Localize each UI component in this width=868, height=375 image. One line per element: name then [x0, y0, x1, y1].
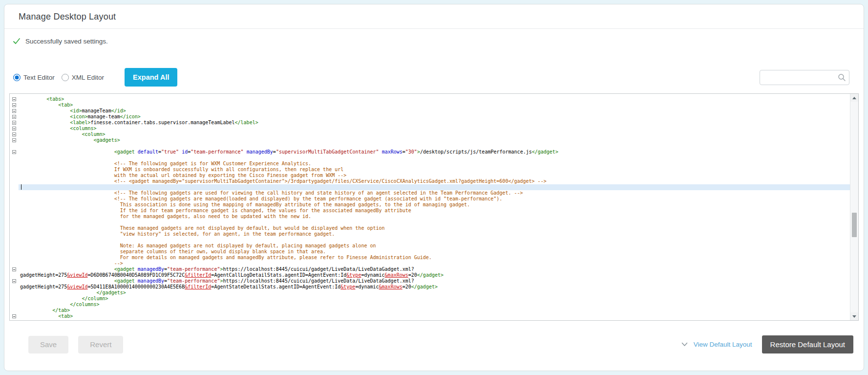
fold-collapse-icon[interactable] [12, 97, 16, 101]
radio-selected-icon[interactable] [13, 74, 21, 81]
fold-gutter-cell[interactable] [10, 149, 19, 155]
code-line[interactable]: If WXM is onboarded successfully with al… [10, 167, 850, 173]
code-line[interactable]: "view history" is selected, for an agent… [10, 231, 850, 237]
fold-collapse-icon[interactable] [12, 103, 16, 107]
search-input[interactable] [760, 70, 849, 85]
code-line[interactable]: If the id for team performance gadget is… [10, 208, 850, 214]
fold-gutter-cell[interactable] [10, 102, 19, 108]
fold-gutter-cell[interactable] [10, 313, 19, 319]
code-line-text[interactable]: for the managed gadgets, also need to be… [19, 214, 850, 220]
code-line-text[interactable]: </gadgets> [19, 290, 850, 296]
code-line-text[interactable]: <!-- The following gadget is for WXM Cus… [19, 161, 850, 167]
fold-collapse-icon[interactable] [12, 121, 16, 125]
code-line[interactable]: <icon>manage-team</icon> [10, 114, 850, 120]
code-line-text[interactable]: --> [19, 261, 850, 266]
fold-gutter-cell[interactable] [10, 108, 19, 114]
scroll-down-button[interactable] [850, 312, 858, 320]
code-line[interactable]: <gadget managedBy="team-performance">htt… [10, 278, 850, 284]
fold-collapse-icon[interactable] [12, 279, 16, 283]
radio-text-editor[interactable]: Text Editor [13, 74, 55, 81]
code-line[interactable]: gadgetHeight=275&viewId=D6D0B6740B0040D5… [10, 272, 850, 278]
save-button[interactable]: Save [28, 336, 68, 353]
code-line-text[interactable]: <tabs> [19, 96, 850, 102]
code-line-text[interactable]: For more details on managed gadgets and … [19, 255, 850, 261]
code-line-text[interactable] [19, 143, 850, 149]
code-line-text[interactable] [19, 184, 850, 190]
code-line-text[interactable]: </tab> [19, 308, 850, 313]
code-line[interactable]: <id>manageTeam</id> [10, 108, 850, 114]
code-line[interactable]: <tabs> [10, 96, 850, 102]
code-line-text[interactable]: gadgetHeight=275&viewId=D6D0B6740B0040D5… [19, 272, 850, 278]
code-line-text[interactable] [19, 155, 850, 161]
code-line-text[interactable]: <!-- The following gadgets are managed(l… [19, 196, 850, 202]
fold-gutter-cell[interactable] [10, 137, 19, 143]
code-line[interactable]: gadgetHeight=275&viewId=5D411E8A10000140… [10, 284, 850, 290]
code-line[interactable]: <tab> [10, 102, 850, 108]
code-line-text[interactable]: <column> [19, 132, 850, 137]
code-line[interactable]: These managed gadgets are not displayed … [10, 225, 850, 231]
code-line-text[interactable]: <gadget managedBy="team-performance">htt… [19, 266, 850, 272]
code-line[interactable]: <label>finesse.container.tabs.supervisor… [10, 120, 850, 126]
radio-unselected-icon[interactable] [62, 74, 69, 81]
code-line-text[interactable]: <!-- <gadget managedBy="supervisorMultiT… [19, 178, 850, 184]
code-line[interactable]: <columns> [10, 126, 850, 132]
fold-gutter-cell[interactable] [10, 120, 19, 126]
code-line-text[interactable]: If the id for team performance gadget is… [19, 208, 850, 214]
code-line-text[interactable]: <gadgets> [19, 137, 850, 143]
code-line-text[interactable]: </column> [19, 296, 850, 302]
editor-scrollbar[interactable] [850, 94, 858, 320]
expand-all-button[interactable]: Expand All [125, 68, 177, 87]
code-line-text[interactable]: </columns> [19, 302, 850, 308]
code-line-text[interactable]: Note: As managed gadgets are not display… [19, 243, 850, 249]
code-line[interactable]: <gadget managedBy="team-performance">htt… [10, 266, 850, 272]
code-line-text[interactable] [19, 237, 850, 243]
code-line-text[interactable]: <id>manageTeam</id> [19, 108, 850, 114]
fold-gutter-cell[interactable] [10, 114, 19, 120]
code-line[interactable] [10, 237, 850, 243]
code-line-text[interactable]: If WXM is onboarded successfully with al… [19, 167, 850, 173]
view-default-layout-link[interactable]: View Default Layout [694, 341, 752, 348]
restore-default-layout-button[interactable]: Restore Default Layout [762, 335, 853, 353]
chevron-down-icon[interactable] [681, 342, 688, 347]
fold-collapse-icon[interactable] [12, 138, 16, 142]
code-line-text[interactable]: with the actual url obtained by exportin… [19, 173, 850, 178]
code-line[interactable]: <tab> [10, 313, 850, 319]
code-line-text[interactable]: "view history" is selected, for an agent… [19, 231, 850, 237]
fold-collapse-icon[interactable] [12, 314, 16, 318]
code-line[interactable]: <column> [10, 132, 850, 137]
fold-collapse-icon[interactable] [12, 150, 16, 154]
code-line-text[interactable]: <icon>manage-team</icon> [19, 114, 850, 120]
code-line-text[interactable]: <tab> [19, 313, 850, 319]
code-line[interactable]: </tab> [10, 308, 850, 313]
scrollbar-thumb[interactable] [852, 213, 857, 237]
code-line-text[interactable] [19, 220, 850, 225]
fold-collapse-icon[interactable] [12, 109, 16, 113]
code-line[interactable] [10, 220, 850, 225]
fold-collapse-icon[interactable] [12, 267, 16, 271]
fold-gutter-cell[interactable] [10, 126, 19, 132]
code-line-text[interactable]: <tab> [19, 102, 850, 108]
code-line[interactable]: <gadgets> [10, 137, 850, 143]
code-line[interactable]: <!-- <gadget managedBy="supervisorMultiT… [10, 178, 850, 184]
fold-gutter-cell[interactable] [10, 266, 19, 272]
fold-collapse-icon[interactable] [12, 127, 16, 131]
fold-collapse-icon[interactable] [12, 115, 16, 119]
code-line-text[interactable]: This association is done using the mappi… [19, 202, 850, 208]
code-line-text[interactable]: <label>finesse.container.tabs.supervisor… [19, 120, 850, 126]
revert-button[interactable]: Revert [78, 336, 123, 353]
code-line[interactable]: <gadget default="true" id="team-performa… [10, 149, 850, 155]
fold-collapse-icon[interactable] [12, 132, 16, 136]
code-line-text[interactable]: <gadget managedBy="team-performance">htt… [19, 278, 850, 284]
layout-xml-editor[interactable]: <tabs> <tab> <id>manageTeam</id> <icon>m… [9, 93, 859, 321]
code-line[interactable]: For more details on managed gadgets and … [10, 255, 850, 261]
active-code-line[interactable] [10, 184, 850, 190]
code-line[interactable]: </columns> [10, 302, 850, 308]
code-line[interactable]: <!-- The following gadgets are used for … [10, 190, 850, 196]
code-line[interactable]: --> [10, 261, 850, 266]
code-line[interactable] [10, 155, 850, 161]
code-line[interactable]: This association is done using the mappi… [10, 202, 850, 208]
code-line-text[interactable]: <gadget default="true" id="team-performa… [19, 149, 850, 155]
code-line-text[interactable]: gadgetHeight=275&viewId=5D411E8A10000140… [19, 284, 850, 290]
scroll-up-button[interactable] [850, 94, 858, 102]
code-line[interactable]: for the managed gadgets, also need to be… [10, 214, 850, 220]
